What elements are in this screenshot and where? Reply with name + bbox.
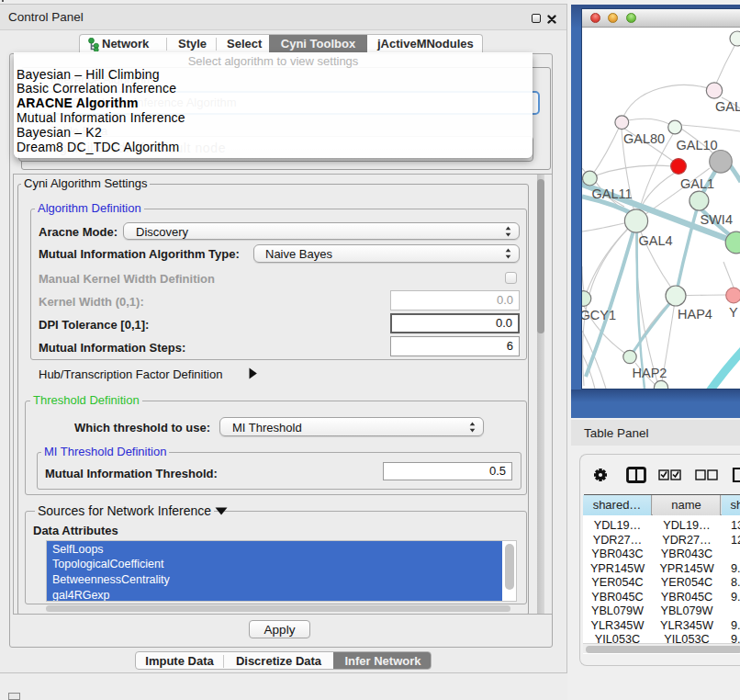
svg-text:GAL2: GAL2 xyxy=(715,98,740,113)
svg-text:GAL80: GAL80 xyxy=(623,130,665,145)
svg-text:GAL11: GAL11 xyxy=(592,186,633,201)
svg-text:Y: Y xyxy=(729,305,738,320)
svg-text:GAL4: GAL4 xyxy=(639,232,673,247)
svg-text:GAL1: GAL1 xyxy=(680,175,714,190)
svg-text:SWI4: SWI4 xyxy=(701,212,733,227)
svg-text:HAP2: HAP2 xyxy=(633,366,667,380)
svg-text:GCY1: GCY1 xyxy=(582,308,616,322)
svg-text:HAP4: HAP4 xyxy=(678,307,712,322)
svg-text:GAL10: GAL10 xyxy=(677,137,718,152)
